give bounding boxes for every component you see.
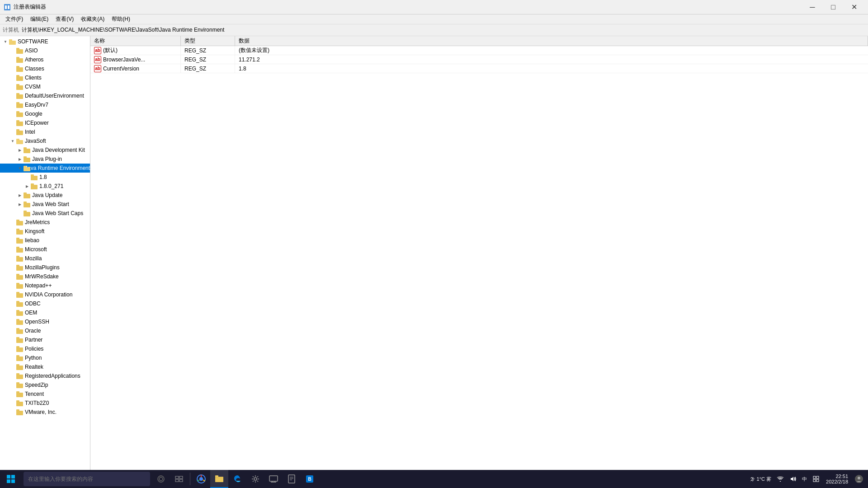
taskbar-blue-app[interactable]: B xyxy=(301,470,319,488)
system-clock[interactable]: 22:51 2022/2/18 xyxy=(822,470,852,488)
language-indicator[interactable] xyxy=(810,470,822,488)
tree-item-JavaUpdate[interactable]: ▶ Java Update xyxy=(0,191,90,200)
tree-item-OpenSSH[interactable]: OpenSSH xyxy=(0,317,90,326)
value-row-default[interactable]: ab (默认) REG_SZ (数值未设置) xyxy=(90,46,868,55)
tree-item-JavaWebStart[interactable]: ▶ Java Web Start xyxy=(0,200,90,209)
volume-icon[interactable] xyxy=(787,470,799,488)
tree-item-RegisteredApplications[interactable]: RegisteredApplications xyxy=(0,371,90,380)
tree-item-Realtek[interactable]: Realtek xyxy=(0,362,90,371)
tree-item-JavaSoft[interactable]: ▼ JavaSoft xyxy=(0,136,90,145)
taskbar-chrome[interactable] xyxy=(192,470,210,488)
tree-item-Atheros[interactable]: Atheros xyxy=(0,55,90,64)
menu-favorites[interactable]: 收藏夹(A) xyxy=(77,14,108,24)
tree-item-ICEpower[interactable]: ICEpower xyxy=(0,118,90,127)
user-avatar[interactable] xyxy=(852,470,866,488)
menu-help[interactable]: 帮助(H) xyxy=(108,14,134,24)
tree-item-JavaDevelopmentKit[interactable]: ▶ Java Development Kit xyxy=(0,145,90,155)
menu-file[interactable]: 文件(F) xyxy=(2,14,27,24)
tree-item-JreMetrics[interactable]: JreMetrics xyxy=(0,218,90,227)
close-button[interactable]: ✕ xyxy=(844,0,864,14)
tree-item-Google[interactable]: Google xyxy=(0,109,90,118)
folder-icon-Partner xyxy=(16,337,24,343)
tree-item-Mozilla[interactable]: Mozilla xyxy=(0,254,90,263)
task-view-button[interactable] xyxy=(170,470,188,488)
folder-icon-JavaUpdate xyxy=(24,192,31,198)
cortana-button[interactable] xyxy=(152,470,170,488)
tree-label-Google: Google xyxy=(25,111,42,117)
start-button[interactable] xyxy=(0,470,22,488)
tree-label-JavaDevelopmentKit: Java Development Kit xyxy=(32,147,85,153)
tree-item-EasyDrv7[interactable]: EasyDrv7 xyxy=(0,100,90,109)
tree-item-TXITb2Z0[interactable]: TXITb2Z0 xyxy=(0,399,90,408)
tree-item-MrWReSdake[interactable]: MrWReSdake xyxy=(0,272,90,281)
tree-label-RegisteredApplications: RegisteredApplications xyxy=(25,373,80,379)
tree-item-Kingsoft[interactable]: Kingsoft xyxy=(0,227,90,236)
tree-item-MozillaPlugins[interactable]: MozillaPlugins xyxy=(0,263,90,272)
tree-label-Atheros: Atheros xyxy=(25,56,43,63)
menu-view[interactable]: 查看(V) xyxy=(52,14,77,24)
tree-item-ODBC[interactable]: ODBC xyxy=(0,299,90,308)
folder-icon-CVSM xyxy=(16,84,24,90)
tree-item-JavaWebStartCaps[interactable]: Java Web Start Caps xyxy=(0,209,90,218)
tree-item-OEM[interactable]: OEM xyxy=(0,308,90,317)
tree-item-Python[interactable]: Python xyxy=(0,353,90,362)
tree-item-Partner[interactable]: Partner xyxy=(0,335,90,344)
tree-label-Realtek: Realtek xyxy=(25,364,43,370)
taskbar-notepad[interactable] xyxy=(283,470,301,488)
value-row-current-version[interactable]: ab CurrentVersion REG_SZ 1.8 xyxy=(90,64,868,73)
tree-item-SpeedZip[interactable]: SpeedZip xyxy=(0,380,90,389)
tree-item-Microsoft[interactable]: Microsoft xyxy=(0,245,90,254)
svg-rect-12 xyxy=(179,479,183,482)
tree-label-Microsoft: Microsoft xyxy=(25,246,47,253)
folder-icon-MrWReSdake xyxy=(16,274,24,280)
taskbar-search-input[interactable] xyxy=(24,472,150,486)
tree-item-ASIO[interactable]: ASIO xyxy=(0,46,90,55)
minimize-button[interactable]: ─ xyxy=(802,0,823,14)
taskbar-rdp[interactable] xyxy=(264,470,283,488)
tree-label-Python: Python xyxy=(25,355,42,361)
tree-item-DefaultUserEnvironment[interactable]: DefaultUserEnvironment xyxy=(0,91,90,100)
tree-item-CVSM[interactable]: CVSM xyxy=(0,82,90,91)
weather-widget[interactable]: 🌫 1°C 雾 xyxy=(747,470,774,488)
folder-icon-v18_271 xyxy=(31,183,38,189)
tree-item-JavaPlugin[interactable]: ▶ Java Plug-in xyxy=(0,155,90,164)
tree-item-liebao[interactable]: liebao xyxy=(0,236,90,245)
tree-label-Mozilla: Mozilla xyxy=(25,255,42,262)
tree-panel[interactable]: ▼ SOFTWARE ASIO Atheros Classes Clients xyxy=(0,36,90,470)
value-row-browser-java[interactable]: ab BrowserJavaVe... REG_SZ 11.271.2 xyxy=(90,55,868,64)
window-controls: ─ □ ✕ xyxy=(802,0,864,14)
clock-date: 2022/2/18 xyxy=(826,479,848,484)
tree-item-Intel[interactable]: Intel xyxy=(0,127,90,136)
folder-icon-Microsoft xyxy=(16,247,24,253)
tree-item-Tencent[interactable]: Tencent xyxy=(0,389,90,399)
tree-item-VMware[interactable]: VMware, Inc. xyxy=(0,408,90,417)
tree-label-Partner: Partner xyxy=(25,337,42,343)
tree-item-Classes[interactable]: Classes xyxy=(0,64,90,73)
maximize-button[interactable]: □ xyxy=(823,0,844,14)
tree-item-v18[interactable]: 1.8 xyxy=(0,173,90,182)
tree-item-NVIDIACorporation[interactable]: NVIDIA Corporation xyxy=(0,290,90,299)
tree-item-v18_271[interactable]: ▶ 1.8.0_271 xyxy=(0,182,90,191)
tree-item-SOFTWARE[interactable]: ▼ SOFTWARE xyxy=(0,37,90,46)
notification-text[interactable]: 中 xyxy=(799,470,810,488)
values-header: 名称 类型 数据 xyxy=(90,36,868,46)
folder-icon-TXITb2Z0 xyxy=(16,400,24,406)
tree-item-JavaRuntimeEnvironment[interactable]: ▼ Java Runtime Environment xyxy=(0,164,90,173)
menu-edit[interactable]: 编辑(E) xyxy=(27,14,52,24)
taskbar-file-explorer[interactable] xyxy=(210,470,228,488)
value-name-default: ab (默认) xyxy=(90,46,181,55)
taskbar-settings[interactable] xyxy=(246,470,264,488)
tree-item-Oracle[interactable]: Oracle xyxy=(0,326,90,335)
folder-icon-Policies xyxy=(16,346,24,352)
folder-icon-EasyDrv7 xyxy=(16,102,24,108)
expand-JavaSoft: ▼ xyxy=(9,139,16,143)
folder-icon-Kingsoft xyxy=(16,229,24,235)
tree-item-Clients[interactable]: Clients xyxy=(0,73,90,82)
tree-label-DefaultUserEnvironment: DefaultUserEnvironment xyxy=(25,93,84,99)
tree-item-Policies[interactable]: Policies xyxy=(0,344,90,353)
folder-icon-JavaSoft xyxy=(16,138,24,144)
taskbar-edge[interactable] xyxy=(228,470,246,488)
network-icon[interactable] xyxy=(774,470,787,488)
tree-item-Notepadpp[interactable]: Notepad++ xyxy=(0,281,90,290)
tree-label-TXITb2Z0: TXITb2Z0 xyxy=(25,400,49,406)
